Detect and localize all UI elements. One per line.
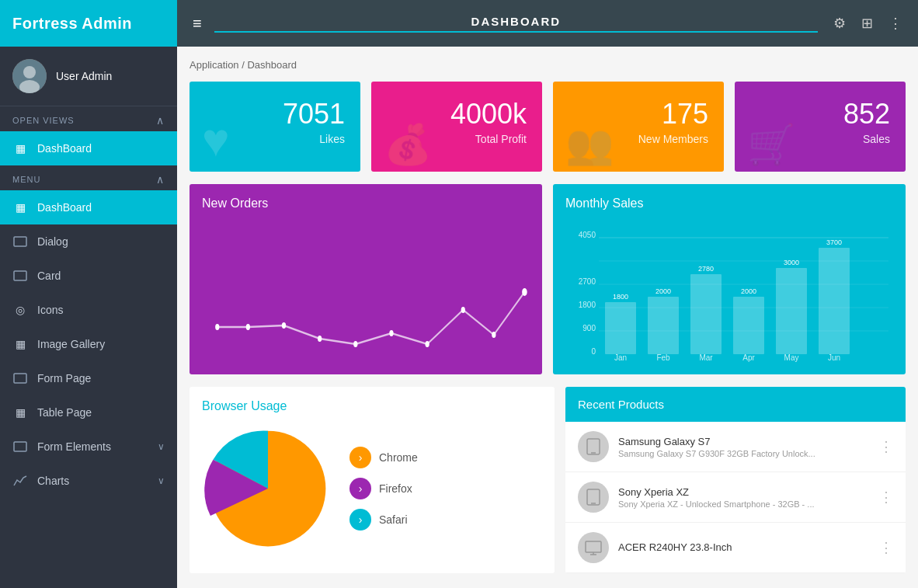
sidebar-item-charts[interactable]: Charts ∨ bbox=[0, 464, 177, 498]
svg-point-14 bbox=[461, 307, 465, 313]
sidebar-item-table-page[interactable]: ▦ Table Page bbox=[0, 395, 177, 430]
sidebar-item-dialog-label: Dialog bbox=[37, 235, 165, 248]
svg-rect-3 bbox=[14, 237, 26, 246]
menu-icon[interactable]: ≡ bbox=[193, 15, 202, 33]
product-info-samsung: Samsung Galaxy S7 Samsung Galaxy S7 G930… bbox=[618, 436, 870, 458]
open-views-label: OPEN VIEWS bbox=[12, 116, 75, 125]
legend-firefox: › Firefox bbox=[349, 478, 418, 499]
recent-products-card: Recent Products Samsung Galaxy S7 Samsun… bbox=[565, 387, 906, 573]
svg-rect-33 bbox=[690, 274, 722, 354]
stat-card-members: 175 New Members 👥 bbox=[553, 82, 724, 172]
svg-text:4050: 4050 bbox=[579, 231, 596, 239]
menu-header: MENU ∧ bbox=[0, 165, 177, 190]
new-orders-title: New Orders bbox=[202, 197, 530, 210]
safari-label: Safari bbox=[379, 513, 408, 526]
pie-chart-container: › Chrome › Firefox › Safari bbox=[202, 423, 542, 555]
recent-products-header: Recent Products bbox=[565, 387, 906, 422]
product-menu-acer[interactable]: ⋮ bbox=[879, 539, 893, 556]
sidebar-item-form-elements-label: Form Elements bbox=[37, 440, 148, 453]
monthly-sales-title: Monthly Sales bbox=[565, 197, 893, 210]
sidebar-item-dialog[interactable]: Dialog bbox=[0, 224, 177, 259]
sidebar-item-form-page[interactable]: Form Page bbox=[0, 361, 177, 395]
table-page-icon: ▦ bbox=[12, 405, 28, 420]
stat-card-sales: 852 Sales 🛒 bbox=[735, 82, 906, 172]
sidebar-item-image-gallery-label: Image Gallery bbox=[37, 338, 165, 350]
svg-rect-30 bbox=[648, 297, 679, 354]
svg-point-1 bbox=[23, 66, 36, 78]
svg-point-15 bbox=[492, 332, 496, 338]
product-menu-sony[interactable]: ⋮ bbox=[879, 489, 893, 506]
sidebar-item-dashboard[interactable]: ▦ DashBoard bbox=[0, 190, 177, 224]
stat-profit-number: 4000k bbox=[450, 100, 527, 128]
product-menu-samsung[interactable]: ⋮ bbox=[879, 438, 893, 455]
open-views-chevron-icon: ∧ bbox=[156, 114, 165, 127]
sidebar-item-form-elements[interactable]: Form Elements ∨ bbox=[0, 430, 177, 464]
sales-bg-icon: 🛒 bbox=[747, 125, 795, 164]
svg-rect-39 bbox=[776, 268, 807, 354]
icons-icon: ◎ bbox=[12, 302, 28, 318]
sidebar-item-icons[interactable]: ◎ Icons bbox=[0, 293, 177, 327]
topbar-title: DASHBOARD bbox=[214, 15, 818, 33]
svg-point-9 bbox=[282, 322, 286, 329]
sidebar-item-card-label: Card bbox=[37, 270, 165, 282]
svg-rect-46 bbox=[587, 439, 600, 454]
legend-chrome: › Chrome bbox=[349, 447, 418, 468]
product-icon-samsung bbox=[578, 431, 609, 462]
main-area: ≡ DASHBOARD ⚙ ⊞ ⋮ Application / Dashboar… bbox=[177, 0, 918, 588]
members-bg-icon: 👥 bbox=[565, 125, 614, 164]
svg-text:3700: 3700 bbox=[826, 238, 842, 246]
sidebar-item-dashboard-open[interactable]: ▦ DashBoard bbox=[0, 131, 177, 165]
dialog-icon bbox=[12, 234, 28, 249]
legend-safari: › Safari bbox=[349, 509, 418, 531]
more-vert-icon[interactable]: ⋮ bbox=[888, 15, 902, 32]
svg-text:2000: 2000 bbox=[741, 287, 756, 295]
stat-likes-label: Likes bbox=[319, 133, 345, 145]
sidebar-item-icons-label: Icons bbox=[37, 304, 165, 316]
user-profile: User Admin bbox=[0, 47, 177, 106]
new-orders-card: New Orders bbox=[190, 184, 542, 374]
svg-rect-36 bbox=[733, 297, 764, 354]
charts-icon bbox=[12, 473, 28, 489]
svg-text:Jan: Jan bbox=[614, 353, 627, 362]
grid-icon[interactable]: ⊞ bbox=[861, 15, 873, 32]
svg-text:1800: 1800 bbox=[613, 293, 628, 301]
svg-rect-42 bbox=[819, 248, 850, 354]
brand-logo: Fortress Admin bbox=[0, 0, 177, 47]
svg-rect-4 bbox=[14, 271, 26, 280]
browser-legend: › Chrome › Firefox › Safari bbox=[349, 447, 418, 531]
stat-cards-row: 7051 Likes ♥ 4000k Total Profit 💰 175 Ne… bbox=[190, 82, 906, 172]
stat-card-profit: 4000k Total Profit 💰 bbox=[371, 82, 542, 172]
stat-profit-label: Total Profit bbox=[475, 133, 527, 145]
safari-dot[interactable]: › bbox=[349, 509, 371, 531]
stat-members-label: New Members bbox=[638, 133, 708, 145]
svg-point-8 bbox=[246, 324, 250, 330]
product-info-acer: ACER R240HY 23.8-Inch bbox=[618, 541, 870, 555]
avatar bbox=[12, 59, 47, 93]
svg-text:Apr: Apr bbox=[742, 353, 755, 362]
svg-rect-48 bbox=[587, 489, 600, 505]
svg-point-7 bbox=[215, 324, 219, 330]
monthly-sales-chart: 0 900 1800 2700 4050 bbox=[565, 218, 893, 362]
likes-bg-icon: ♥ bbox=[202, 117, 230, 164]
stat-likes-number: 7051 bbox=[283, 100, 345, 128]
product-name-sony: Sony Xperia XZ bbox=[618, 486, 870, 498]
sidebar-item-card[interactable]: Card bbox=[0, 259, 177, 293]
svg-point-12 bbox=[389, 330, 393, 336]
chrome-dot[interactable]: › bbox=[349, 447, 371, 468]
sidebar-item-image-gallery[interactable]: ▦ Image Gallery bbox=[0, 327, 177, 361]
monthly-sales-card: Monthly Sales 0 900 1800 2700 4050 bbox=[553, 184, 906, 374]
username: User Admin bbox=[56, 70, 112, 82]
settings-icon[interactable]: ⚙ bbox=[833, 15, 846, 32]
svg-rect-50 bbox=[586, 541, 601, 552]
sidebar-item-charts-label: Charts bbox=[37, 475, 148, 487]
svg-point-10 bbox=[318, 336, 322, 342]
svg-point-16 bbox=[522, 288, 527, 296]
product-item-acer: ACER R240HY 23.8-Inch ⋮ bbox=[565, 523, 906, 573]
open-views-header: OPEN VIEWS ∧ bbox=[0, 106, 177, 131]
brand-name: Fortress Admin bbox=[12, 15, 132, 33]
sidebar-item-dashboard-open-label: DashBoard bbox=[37, 142, 165, 155]
stat-members-number: 175 bbox=[662, 100, 708, 128]
firefox-dot[interactable]: › bbox=[349, 478, 371, 499]
product-desc-samsung: Samsung Galaxy S7 G930F 32GB Factory Unl… bbox=[618, 449, 870, 458]
svg-rect-5 bbox=[14, 374, 26, 383]
